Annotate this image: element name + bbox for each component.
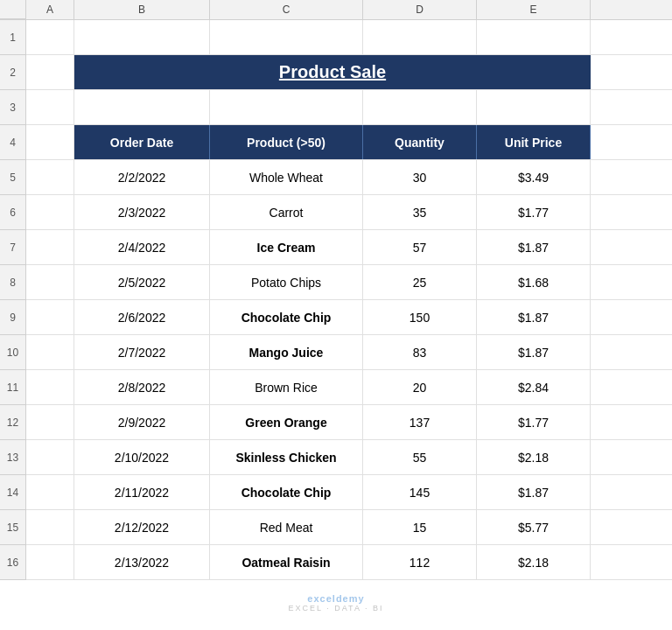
cell-empty xyxy=(26,195,74,229)
cell-price: $1.77 xyxy=(477,405,591,439)
table-row: 2/5/2022Potato Chips25$1.68 xyxy=(26,265,672,300)
cell-price: $2.84 xyxy=(477,370,591,404)
cell-empty xyxy=(477,20,591,54)
table-row: 2/12/2022Red Meat15$5.77 xyxy=(26,510,672,545)
grid-body: 12345678910111213141516 Product SaleOrde… xyxy=(0,20,672,580)
cell-price: $1.68 xyxy=(477,265,591,299)
cell-empty xyxy=(26,230,74,264)
cell-date: 2/3/2022 xyxy=(74,195,210,229)
cell-price: $3.49 xyxy=(477,160,591,194)
row-num-2: 2 xyxy=(0,55,25,90)
row-num-13: 13 xyxy=(0,440,25,475)
cell-quantity: 112 xyxy=(363,545,477,579)
table-row: 2/8/2022Brown Rice20$2.84 xyxy=(26,370,672,405)
content-area: Product SaleOrder DateProduct (>50)Quant… xyxy=(26,20,672,580)
row-num-15: 15 xyxy=(0,510,25,545)
cell-quantity: 150 xyxy=(363,300,477,334)
cell-price: $2.18 xyxy=(477,545,591,579)
cell-empty xyxy=(26,265,74,299)
cell-quantity: 83 xyxy=(363,335,477,369)
header-unit-price: Unit Price xyxy=(477,125,591,159)
cell-date: 2/12/2022 xyxy=(74,510,210,544)
cell-product: Oatmeal Raisin xyxy=(210,545,363,579)
cell-empty xyxy=(210,90,363,124)
table-row: 2/2/2022Whole Wheat30$3.49 xyxy=(26,160,672,195)
cell-date: 2/13/2022 xyxy=(74,545,210,579)
row-num-14: 14 xyxy=(0,475,25,510)
cell-product: Red Meat xyxy=(210,510,363,544)
cell-empty xyxy=(74,90,210,124)
cell-product: Carrot xyxy=(210,195,363,229)
col-header-a: A xyxy=(26,0,74,19)
cell-quantity: 137 xyxy=(363,405,477,439)
cell-quantity: 57 xyxy=(363,230,477,264)
table-row: Product Sale xyxy=(26,55,672,90)
table-row: 2/11/2022Chocolate Chip145$1.87 xyxy=(26,475,672,510)
cell-empty xyxy=(26,335,74,369)
header-product: Product (>50) xyxy=(210,125,363,159)
cell-price: $5.77 xyxy=(477,510,591,544)
cell-date: 2/5/2022 xyxy=(74,265,210,299)
cell-quantity: 30 xyxy=(363,160,477,194)
table-row: Order DateProduct (>50)QuantityUnit Pric… xyxy=(26,125,672,160)
corner-cell xyxy=(0,0,26,19)
table-row: 2/10/2022Skinless Chicken55$2.18 xyxy=(26,440,672,475)
row-num-3: 3 xyxy=(0,90,25,125)
cell-product: Ice Cream xyxy=(210,230,363,264)
cell-empty xyxy=(363,90,477,124)
header-order-date: Order Date xyxy=(74,125,210,159)
col-header-b: B xyxy=(74,0,210,19)
cell-price: $1.87 xyxy=(477,335,591,369)
row-num-8: 8 xyxy=(0,265,25,300)
cell-date: 2/4/2022 xyxy=(74,230,210,264)
cell-quantity: 35 xyxy=(363,195,477,229)
row-num-7: 7 xyxy=(0,230,25,265)
cell-empty xyxy=(74,20,210,54)
cell-date: 2/7/2022 xyxy=(74,335,210,369)
row-numbers: 12345678910111213141516 xyxy=(0,20,26,580)
header-quantity: Quantity xyxy=(363,125,477,159)
cell-empty xyxy=(26,90,74,124)
cell-price: $1.77 xyxy=(477,195,591,229)
cell-empty xyxy=(477,90,591,124)
cell-product: Chocolate Chip xyxy=(210,300,363,334)
cell-price: $1.87 xyxy=(477,230,591,264)
cell-product: Green Orange xyxy=(210,405,363,439)
cell-empty xyxy=(26,300,74,334)
row-num-4: 4 xyxy=(0,125,25,160)
col-header-d: D xyxy=(363,0,477,19)
cell-empty xyxy=(26,160,74,194)
cell-date: 2/10/2022 xyxy=(74,440,210,474)
watermark: exceldemy EXCEL · DATA · BI xyxy=(289,593,384,612)
table-row: 2/4/2022Ice Cream57$1.87 xyxy=(26,230,672,265)
cell-date: 2/8/2022 xyxy=(74,370,210,404)
cell-empty xyxy=(26,405,74,439)
row-num-6: 6 xyxy=(0,195,25,230)
table-row: 2/3/2022Carrot35$1.77 xyxy=(26,195,672,230)
cell-product: Potato Chips xyxy=(210,265,363,299)
cell-empty xyxy=(26,20,74,54)
cell-price: $2.18 xyxy=(477,440,591,474)
col-header-e: E xyxy=(477,0,591,19)
cell-empty xyxy=(210,20,363,54)
cell-product: Mango Juice xyxy=(210,335,363,369)
cell-product: Skinless Chicken xyxy=(210,440,363,474)
table-row xyxy=(26,20,672,55)
table-row: 2/6/2022Chocolate Chip150$1.87 xyxy=(26,300,672,335)
cell-quantity: 15 xyxy=(363,510,477,544)
column-headers: A B C D E xyxy=(0,0,672,20)
cell-price: $1.87 xyxy=(477,475,591,509)
col-header-c: C xyxy=(210,0,363,19)
cell-product: Whole Wheat xyxy=(210,160,363,194)
title-cell: Product Sale xyxy=(74,55,591,89)
row-num-1: 1 xyxy=(0,20,25,55)
cell-empty xyxy=(26,440,74,474)
cell-empty xyxy=(26,370,74,404)
spreadsheet: A B C D E 12345678910111213141516 Produc… xyxy=(0,0,672,630)
cell-price: $1.87 xyxy=(477,300,591,334)
cell-product: Brown Rice xyxy=(210,370,363,404)
cell-product: Chocolate Chip xyxy=(210,475,363,509)
cell-date: 2/2/2022 xyxy=(74,160,210,194)
cell-quantity: 20 xyxy=(363,370,477,404)
cell-date: 2/11/2022 xyxy=(74,475,210,509)
